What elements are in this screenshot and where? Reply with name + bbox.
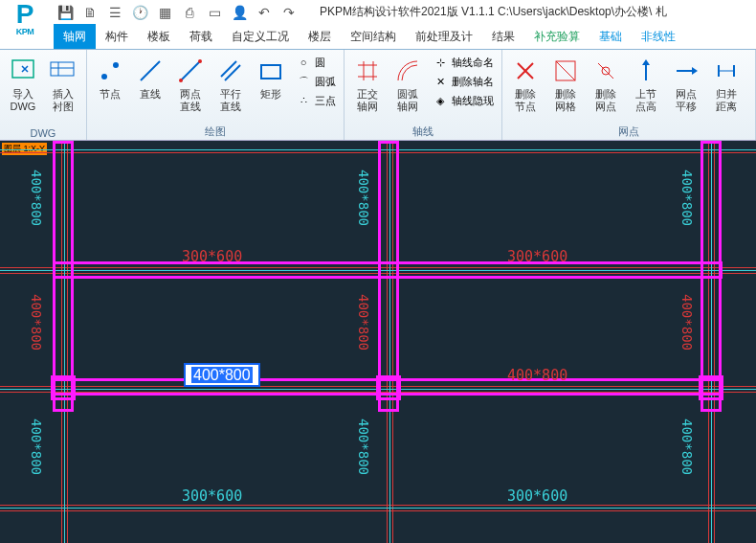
svg-point-5: [113, 62, 119, 68]
del-node-button[interactable]: 删除 节点: [508, 54, 543, 115]
menu-axis[interactable]: 轴网: [54, 24, 96, 49]
del-axis-name-icon: ✕: [433, 74, 448, 89]
ribbon-group-draw: 节点 直线 两点 直线 平行 直线 矩形 ○圆 ⌒圆弧 ∴三点 绘图: [87, 50, 345, 140]
dim-h5: 300*600: [507, 487, 567, 505]
dim-v2: 400*800: [356, 170, 371, 226]
app-logo: P KPM: [2, 2, 48, 45]
svg-point-8: [179, 79, 183, 82]
ortho-axis-icon: [352, 56, 383, 86]
dim-h3: 400*800: [507, 367, 567, 384]
del-axis-name-button[interactable]: ✕删除轴名: [431, 73, 496, 90]
group-label-dwg: DWG: [6, 126, 80, 140]
del-point-icon: [590, 56, 621, 86]
node-button[interactable]: 节点: [93, 54, 127, 102]
print-icon[interactable]: ⎙: [182, 5, 197, 20]
line-button[interactable]: 直线: [133, 54, 167, 102]
menu-bar: 轴网 构件 楼板 荷载 自定义工况 楼层 空间结构 前处理及计 结果 补充验算 …: [0, 24, 756, 50]
rect-button[interactable]: 矩形: [254, 54, 288, 102]
dim-v3: 400*800: [679, 170, 695, 226]
menu-nonlinear[interactable]: 非线性: [632, 24, 685, 49]
menu-supplement[interactable]: 补充验算: [524, 24, 589, 49]
dimension-edit-input[interactable]: 400*800: [184, 363, 260, 387]
parallel-icon: [215, 56, 246, 86]
return-dist-button[interactable]: 归并 距离: [709, 54, 744, 115]
menu-foundation[interactable]: 基础: [589, 24, 632, 49]
import-dwg-button[interactable]: 导入 DWG: [6, 54, 40, 115]
svg-point-9: [198, 59, 202, 63]
undo-icon[interactable]: ↶: [256, 5, 272, 20]
axis-hide-icon: ◈: [433, 93, 448, 108]
redo-icon[interactable]: ↷: [281, 5, 297, 20]
clock-icon[interactable]: 🕐: [132, 5, 147, 20]
svg-line-7: [181, 61, 200, 80]
save-icon[interactable]: 💾: [57, 5, 73, 20]
del-grid-icon: [550, 56, 581, 86]
ribbon-group-axis: 正交 轴网 圆弧 轴网 ⊹轴线命名 ✕删除轴名 ◈轴线隐现 轴线: [345, 50, 502, 140]
layers-icon[interactable]: ☰: [107, 5, 122, 20]
axis-name-icon: ⊹: [433, 55, 448, 70]
dim-vr1: 400*800: [29, 294, 44, 351]
grid-icon[interactable]: ▦: [157, 5, 172, 20]
point-shift-icon: [671, 56, 701, 86]
dim-h2: 300*600: [507, 248, 567, 265]
circle-button[interactable]: ○圆: [294, 54, 338, 71]
title-bar: P KPM 💾 🗎 ☰ 🕐 ▦ ⎙ ▭ 👤 ↶ ↷ PKPM结构设计软件2021…: [0, 0, 756, 24]
point-shift-button[interactable]: 网点 平移: [669, 54, 703, 115]
dim-v6: 400*800: [679, 419, 695, 475]
svg-line-11: [225, 65, 240, 80]
del-node-icon: [510, 56, 541, 86]
group-label-draw: 绘图: [93, 124, 338, 140]
dim-v4: 400*800: [29, 419, 44, 475]
menu-load[interactable]: 荷载: [180, 24, 222, 49]
page-icon[interactable]: ▭: [207, 5, 222, 20]
dim-h4: 300*600: [182, 487, 242, 505]
arc-button[interactable]: ⌒圆弧: [294, 73, 338, 90]
node-height-button[interactable]: 上节 点高: [629, 54, 663, 115]
group-label-point: 网点: [508, 124, 749, 140]
user-icon[interactable]: 👤: [232, 5, 247, 20]
svg-rect-0: [12, 60, 33, 78]
two-point-line-button[interactable]: 两点 直线: [173, 54, 208, 115]
insert-liner-icon: [48, 56, 78, 86]
rect-icon: [256, 56, 286, 86]
svg-line-20: [556, 61, 575, 80]
arc-axis-icon: [392, 56, 423, 86]
menu-floor[interactable]: 楼层: [299, 24, 341, 49]
three-point-icon: ∴: [296, 93, 311, 108]
ortho-axis-button[interactable]: 正交 轴网: [350, 54, 385, 115]
menu-space[interactable]: 空间结构: [341, 24, 406, 49]
menu-member[interactable]: 构件: [96, 24, 138, 49]
del-grid-button[interactable]: 删除 网格: [548, 54, 583, 115]
svg-marker-24: [642, 59, 650, 65]
del-point-button[interactable]: 删除 网点: [589, 54, 623, 115]
drawing-canvas[interactable]: 图层 1:X-Y 400*800 400*800 400*800 400*800…: [0, 141, 756, 543]
return-dist-icon: [711, 56, 742, 86]
svg-rect-12: [261, 65, 280, 79]
ribbon-group-dwg: 导入 DWG 插入 衬图 DWG: [0, 50, 87, 140]
window-title: PKPM结构设计软件2021版 V1.1.1 C:\Users\jack\Des…: [320, 4, 667, 20]
svg-point-4: [101, 74, 107, 79]
arc-axis-button[interactable]: 圆弧 轴网: [390, 54, 425, 115]
dim-vr3: 400*800: [679, 294, 695, 351]
menu-preprocess[interactable]: 前处理及计: [406, 24, 482, 49]
circle-icon: ○: [296, 55, 311, 70]
parallel-line-button[interactable]: 平行 直线: [213, 54, 248, 115]
node-icon: [95, 56, 125, 86]
menu-result[interactable]: 结果: [482, 24, 524, 49]
svg-rect-1: [51, 62, 74, 76]
arc-icon: ⌒: [296, 74, 311, 89]
node-height-icon: [631, 56, 661, 86]
axis-hide-button[interactable]: ◈轴线隐现: [431, 92, 496, 109]
svg-line-22: [598, 63, 613, 79]
dim-v5: 400*800: [356, 419, 371, 475]
svg-line-10: [221, 61, 236, 77]
line-icon: [135, 56, 166, 86]
three-point-button[interactable]: ∴三点: [294, 92, 338, 109]
menu-slab[interactable]: 楼板: [138, 24, 180, 49]
axis-name-button[interactable]: ⊹轴线命名: [431, 54, 496, 71]
file-icon[interactable]: 🗎: [82, 5, 98, 20]
svg-marker-26: [692, 67, 698, 75]
menu-custom[interactable]: 自定义工况: [222, 24, 299, 49]
dim-v1: 400*800: [29, 170, 44, 226]
insert-liner-button[interactable]: 插入 衬图: [46, 54, 80, 115]
